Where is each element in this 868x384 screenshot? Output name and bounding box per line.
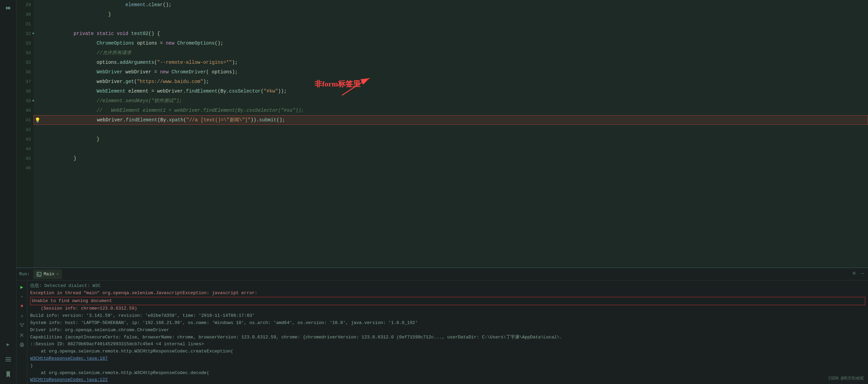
- console-line-1: 信息: Detected dialect: W3C: [30, 283, 865, 290]
- console-line-6: Driver info: org.openqa.selenium.chrome.…: [30, 327, 865, 334]
- run-controls: ▶ ↷ ■ ↺: [16, 280, 27, 384]
- left-sidebar: DB ▶: [0, 0, 16, 384]
- code-line-33: ChromeOptions options = new ChromeOption…: [34, 38, 868, 48]
- minimize-icon[interactable]: —: [860, 270, 865, 277]
- console-text-1: 信息: Detected dialect: W3C: [30, 283, 865, 290]
- clear-btn[interactable]: [18, 331, 26, 339]
- code-content[interactable]: element.clear(); } private static void t…: [34, 0, 868, 267]
- stack-link-2[interactable]: W3CHttpResponseCodec.java:122: [30, 376, 865, 384]
- console-text-3: (Session info: chrome=123.0.6312.59): [30, 305, 865, 312]
- code-line-32: private static void test02() {: [34, 29, 868, 38]
- console-text-9a: at org.openqa.selenium.remote.http.W3CHt…: [30, 348, 865, 355]
- run-label: Run:: [19, 272, 30, 277]
- print-btn[interactable]: [18, 341, 26, 348]
- sidebar-icon-run[interactable]: ▶: [2, 338, 14, 350]
- sidebar-icon-structure[interactable]: [2, 353, 14, 365]
- code-line-31: [34, 19, 868, 29]
- code-line-43: }: [34, 134, 868, 144]
- code-line-30: }: [34, 10, 868, 19]
- svg-rect-2: [5, 361, 11, 361]
- line-num-34: 34: [16, 48, 34, 58]
- console-line-10: at org.openqa.selenium.remote.http.W3CHt…: [30, 370, 865, 384]
- panel-tab-bar: Run: Main × ⚙ —: [16, 268, 868, 280]
- console-line-9: at org.openqa.selenium.remote.http.W3CHt…: [30, 348, 865, 369]
- line-num-33: 33: [16, 38, 34, 48]
- line-num-30: 30: [16, 10, 34, 19]
- code-line-45: }: [34, 154, 868, 163]
- tab-main-label: Main: [44, 272, 54, 277]
- filter-btn[interactable]: [18, 322, 26, 329]
- editor-area[interactable]: 29 30 31 32 ▼ 33 34 35 36 37 38 39 ▼ 40 …: [16, 0, 868, 267]
- code-line-46: [34, 163, 868, 173]
- svg-rect-7: [21, 343, 23, 344]
- line-num-29: 29: [16, 0, 34, 10]
- console-line-8: ::Session ID: 88270b69acf491452993315dcb…: [30, 341, 865, 348]
- console-line-7: Capabilities {acceptInsecureCerts: false…: [30, 334, 865, 341]
- code-line-34: //允许所有请求: [34, 48, 868, 58]
- code-line-40: // WebElement element1 = webDriver.findE…: [34, 106, 868, 115]
- tab-close-btn[interactable]: ×: [56, 272, 59, 276]
- sidebar-icon-db[interactable]: DB: [2, 2, 14, 14]
- stop-btn[interactable]: ■: [18, 302, 26, 310]
- console-text-7: Capabilities {acceptInsecureCerts: false…: [30, 334, 865, 341]
- console-icon: [37, 272, 41, 277]
- console-line-3: (Session info: chrome=123.0.6312.59): [30, 305, 865, 312]
- code-line-39: //element.sendKeys("软件测试");: [34, 96, 868, 106]
- code-line-36: WebDriver webDriver = new ChromeDriver( …: [34, 67, 868, 77]
- line-num-32: 32 ▼: [16, 29, 34, 38]
- line-num-41: 41: [16, 115, 34, 125]
- line-num-43: 43: [16, 134, 34, 144]
- line-num-42: 42: [16, 125, 34, 134]
- console-text-2a: Exception in thread "main" org.openqa.se…: [30, 290, 865, 297]
- console-text-10a: at org.openqa.selenium.remote.http.W3CHt…: [30, 370, 865, 377]
- panel-toolbar: ⚙ —: [851, 269, 865, 277]
- rerun-btn[interactable]: ↺: [18, 312, 26, 320]
- svg-rect-1: [5, 359, 11, 360]
- code-line-37: webDriver.get("https://www.baidu.com");: [34, 77, 868, 86]
- line-num-36: 36: [16, 67, 34, 77]
- sidebar-icon-bookmarks[interactable]: [2, 368, 14, 381]
- step-over-btn[interactable]: ↷: [18, 293, 26, 300]
- console-line-2: Exception in thread "main" org.openqa.se…: [30, 290, 865, 305]
- line-num-44: 44: [16, 144, 34, 154]
- play-btn[interactable]: ▶: [18, 283, 26, 291]
- console-text-6: Driver info: org.openqa.selenium.chrome.…: [30, 327, 865, 334]
- line-num-45: 45: [16, 154, 34, 163]
- error-highlight-box: Unable to find owning document: [30, 297, 865, 305]
- csdn-watermark: CSDN @明天吃啥呢: [829, 375, 864, 381]
- settings-icon[interactable]: ⚙: [851, 269, 857, 277]
- code-line-44: [34, 144, 868, 154]
- code-line-41: 💡 webDriver.findElement(By.xpath("//a [t…: [34, 115, 868, 125]
- console-line-4: Build info: version: '3.141.59', revisio…: [30, 312, 865, 320]
- line-num-40: 40: [16, 106, 34, 115]
- svg-rect-0: [5, 357, 11, 358]
- line-numbers: 29 30 31 32 ▼ 33 34 35 36 37 38 39 ▼ 40 …: [16, 0, 34, 267]
- line-num-46: 46: [16, 163, 34, 173]
- code-line-35: options.addArguments("--remote-allow-ori…: [34, 58, 868, 67]
- line-num-38: 38: [16, 86, 34, 96]
- code-line-42: [34, 125, 868, 134]
- line-num-31: 31: [16, 19, 34, 29]
- code-line-38: WebElement element = webDriver.findEleme…: [34, 86, 868, 96]
- stack-link-1[interactable]: W3CHttpResponseCodec.java:187: [30, 355, 865, 362]
- line-num-39: 39 ▼: [16, 96, 34, 106]
- console-line-5: System info: host: 'LAPTOP-5EHEKBAN', ip…: [30, 320, 865, 327]
- line-num-35: 35: [16, 58, 34, 67]
- main-tab[interactable]: Main ×: [33, 269, 62, 279]
- console-output: 信息: Detected dialect: W3C Exception in t…: [27, 280, 868, 384]
- line-num-37: 37: [16, 77, 34, 86]
- console-text-8: ::Session ID: 88270b69acf491452993315dcb…: [30, 341, 865, 348]
- bottom-panel: Run: Main × ⚙ — ▶ ↷ ■ ↺ 信息: Detected dia…: [16, 267, 868, 384]
- code-line-29: element.clear();: [34, 0, 868, 10]
- console-text-5: System info: host: 'LAPTOP-5EHEKBAN', ip…: [30, 320, 865, 327]
- console-text-4: Build info: version: '3.141.59', revisio…: [30, 312, 865, 320]
